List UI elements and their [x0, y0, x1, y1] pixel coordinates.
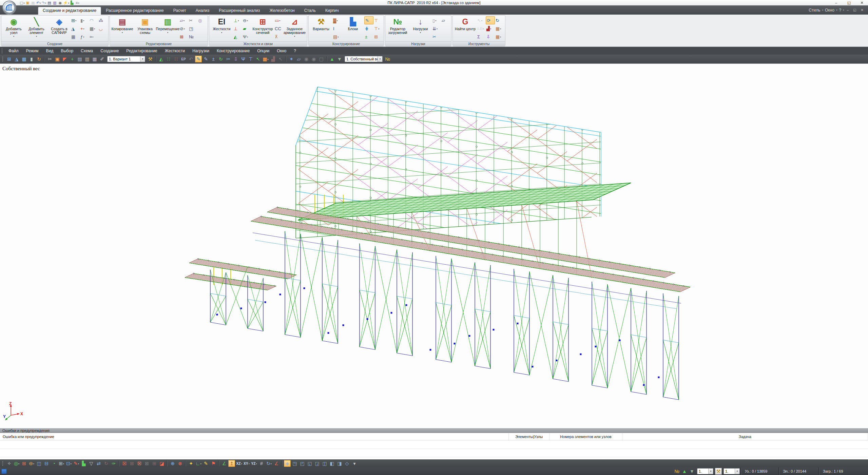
- dropdown-arrow-icon[interactable]: ▾: [336, 19, 337, 22]
- cursor-select-icon[interactable]: ↖▾: [477, 16, 486, 24]
- rod-stiffness-icon[interactable]: ⊖▾: [242, 16, 251, 24]
- mdi-restore-button[interactable]: ◱: [851, 8, 858, 12]
- dropdown-arrow-icon[interactable]: ▾: [75, 19, 76, 22]
- add-element-button[interactable]: ╲Добавить элемент▾: [25, 16, 48, 41]
- cut-loads-icon[interactable]: ✂: [432, 33, 441, 41]
- create-sapfir-button[interactable]: ◈Создать в САПФИР: [48, 16, 71, 41]
- projection-xy-button[interactable]: XY▾: [243, 460, 250, 467]
- find-center-button[interactable]: GНайти центр: [454, 16, 477, 41]
- variants-hammer-icon[interactable]: ⚒: [147, 56, 154, 62]
- dropdown-arrow-icon[interactable]: ▾: [735, 469, 739, 474]
- dropdown-arrow-icon[interactable]: ▾: [122, 31, 123, 34]
- mesh-show-icon[interactable]: ▩: [21, 56, 27, 62]
- variant-number-combo[interactable]: 1.▾: [724, 468, 740, 474]
- loadcase-edit-icon[interactable]: №: [384, 56, 391, 62]
- dropdown-arrow-icon[interactable]: ▾: [420, 31, 421, 34]
- ribbon-tab-2[interactable]: Расширенное редактирование: [101, 7, 169, 15]
- dropdown-arrow-icon[interactable]: ▾: [249, 462, 250, 465]
- filter-icon[interactable]: ▽: [88, 460, 95, 467]
- dropdown-arrow-icon[interactable]: ▾: [437, 27, 438, 30]
- dropdown-arrow-icon[interactable]: ▾: [271, 462, 272, 465]
- ribbon-tab-1[interactable]: Создание и редактирование: [38, 7, 101, 15]
- toolbar-overflow-icon[interactable]: ▾: [351, 460, 358, 467]
- delete-a-icon[interactable]: ⊠: [143, 460, 150, 467]
- pencil-pm-icon[interactable]: ±: [210, 56, 217, 62]
- ribbon-tab-5[interactable]: Расширенный анализ: [214, 7, 265, 15]
- style-menu[interactable]: Стиль: [808, 8, 821, 13]
- menu-item-4[interactable]: Схема: [77, 49, 97, 53]
- grid-plane-icon[interactable]: #: [258, 460, 265, 467]
- next-loadcase-icon[interactable]: ▼: [336, 56, 343, 62]
- steel-beam-icon[interactable]: Ι: [332, 24, 342, 33]
- red-nodes-icon[interactable]: ∷: [173, 56, 179, 62]
- dropdown-arrow-icon[interactable]: ▾: [83, 36, 84, 38]
- unlink-icon[interactable]: ⊖▾: [28, 460, 35, 467]
- numbering-display-icon[interactable]: 1.2)▾: [477, 24, 486, 33]
- wall-design-icon[interactable]: ▓▾: [332, 16, 342, 24]
- histogram-icon[interactable]: ▟▾: [486, 24, 495, 33]
- dropdown-arrow-icon[interactable]: ▾: [279, 19, 280, 22]
- copy-icon[interactable]: ▤: [76, 56, 83, 62]
- joint-icon[interactable]: Ψ: [240, 56, 247, 62]
- dropdown-arrow-icon[interactable]: ▾: [238, 19, 239, 22]
- brush-icon[interactable]: ✑: [110, 460, 117, 467]
- structural-model-view[interactable]: [0, 64, 868, 429]
- pencil-add-icon[interactable]: ✎: [364, 16, 373, 24]
- flag-icon[interactable]: ⚑: [210, 460, 217, 467]
- errors-panel-title[interactable]: Ошибки и предупреждения: [0, 428, 868, 433]
- errors-table-row[interactable]: [0, 440, 868, 449]
- load-editor-button[interactable]: №Редактор загружений: [386, 16, 409, 41]
- node-select-icon[interactable]: ◎▾: [13, 460, 20, 467]
- node-coords-icon[interactable]: +▾: [80, 24, 89, 33]
- dropdown-arrow-icon[interactable]: ▾: [247, 19, 248, 22]
- cut-elements-icon[interactable]: ✂: [225, 56, 232, 62]
- row-select-icon[interactable]: ⊟: [43, 460, 50, 467]
- mdi-close-button[interactable]: ✕: [859, 8, 865, 12]
- projection-xz-button[interactable]: XZ▾: [236, 460, 243, 467]
- k-select-icon[interactable]: ↖: [255, 56, 262, 62]
- node-scatter-icon[interactable]: ⁂: [98, 16, 107, 24]
- t-support-icon[interactable]: ⊤: [373, 16, 383, 24]
- node-info2-icon[interactable]: ◉: [310, 56, 317, 62]
- axes-green-icon[interactable]: ∠: [221, 460, 228, 467]
- rotate-green-icon[interactable]: ↻: [217, 56, 224, 62]
- histogram-icon[interactable]: ▟: [270, 56, 276, 62]
- section-constructor-button[interactable]: ⊞Конструктор сечений: [251, 16, 274, 41]
- cop-props-icon[interactable]: ▥: [84, 56, 91, 62]
- dropdown-arrow-icon[interactable]: ▾: [221, 31, 222, 34]
- dropdown-arrow-icon[interactable]: ▾: [843, 9, 844, 12]
- flower-node-icon[interactable]: ✶: [288, 56, 295, 62]
- view-isometric-icon[interactable]: ◈: [284, 460, 291, 467]
- distributed-load-icon[interactable]: ⇊▾: [432, 24, 441, 33]
- variant-combo[interactable]: 1. Вариант 1▾: [107, 56, 145, 62]
- variants-hammer-icon[interactable]: ⚒: [715, 468, 722, 475]
- t-move-icon[interactable]: ⊤: [247, 56, 254, 62]
- next-loadcase-icon[interactable]: ▼: [689, 468, 695, 475]
- menu-item-8[interactable]: Нагрузки: [189, 49, 213, 53]
- dropdown-arrow-icon[interactable]: ▾: [822, 9, 823, 12]
- scale-pm-icon[interactable]: ±: [364, 33, 373, 41]
- loads-button[interactable]: ↓Нагрузки▾: [409, 16, 432, 41]
- dropdown-arrow-icon[interactable]: ▾: [63, 462, 64, 465]
- help-menu[interactable]: ?: [838, 8, 842, 13]
- ep-edit-icon[interactable]: EP: [180, 56, 187, 62]
- vessel-load-icon[interactable]: ▯▾: [432, 16, 441, 24]
- sum-loads-icon[interactable]: Σ: [477, 33, 486, 41]
- truss-template-icon[interactable]: ◮: [71, 24, 80, 33]
- menu-item-2[interactable]: Вид: [42, 49, 57, 53]
- add-node-button[interactable]: ◉Добавить узел▾: [2, 16, 25, 41]
- menu-item-1[interactable]: Режим: [22, 49, 42, 53]
- view-top-icon[interactable]: ◳: [291, 460, 298, 467]
- pencil-yellow-icon[interactable]: ✎: [202, 460, 209, 467]
- dropdown-arrow-icon[interactable]: ▾: [184, 19, 185, 22]
- tp-support-icon[interactable]: ⊤▾: [373, 24, 383, 33]
- arc-template-icon[interactable]: ◡: [98, 24, 107, 33]
- fxy-surface-icon[interactable]: ƒ▾: [80, 33, 89, 41]
- menu-item-5[interactable]: Создание: [97, 49, 122, 53]
- ribbon-tab-7[interactable]: Сталь: [300, 7, 321, 15]
- copy-loads-icon[interactable]: ▱: [441, 16, 450, 24]
- green-nodes-icon[interactable]: ∷: [165, 56, 172, 62]
- move-button[interactable]: ▥Перемещение▾: [156, 16, 179, 41]
- c-grid-icon[interactable]: ▦▾: [262, 56, 269, 62]
- menu-item-10[interactable]: Опции: [253, 49, 273, 53]
